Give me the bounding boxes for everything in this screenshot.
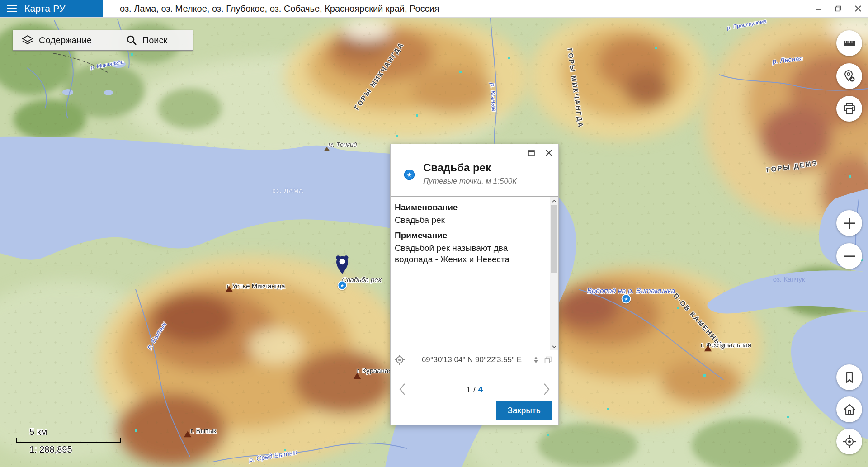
bookmarks-button[interactable] (836, 364, 862, 390)
print-button[interactable] (836, 96, 862, 122)
coordinate-format-spinner[interactable] (534, 357, 538, 363)
coordinate-row: 69°30'13.04" N 90°22'3.55" E (394, 352, 555, 368)
popup-scrollbar[interactable] (550, 197, 558, 350)
target-icon (394, 354, 405, 365)
waypoint-star-icon: ★ (404, 170, 415, 180)
minus-icon (843, 250, 856, 263)
ruler-icon (842, 36, 857, 51)
popup-header: ★ Свадьба рек Путевые точки, м 1:500К (391, 144, 558, 197)
minimize-icon[interactable] (808, 0, 828, 17)
pagination-label: 1 / 4 (391, 385, 558, 395)
search-icon (126, 34, 137, 46)
popup-title: Свадьба рек (423, 161, 491, 174)
scroll-down-icon[interactable] (550, 343, 558, 350)
scale-line (16, 438, 121, 443)
field-label: Наименование (395, 203, 528, 212)
home-button[interactable] (836, 396, 862, 422)
app-title: Карта РУ (24, 3, 66, 14)
popup-close-button[interactable]: Закрыть (496, 401, 552, 420)
field-value: Свадьба рек (395, 214, 528, 226)
scrollbar-thumb[interactable] (551, 205, 557, 273)
pagination-row: 1 / 4 (391, 381, 558, 399)
coordinate-field[interactable]: 69°30'13.04" N 90°22'3.55" E (410, 352, 555, 368)
field-label: Примечание (395, 231, 528, 241)
bookmark-icon (843, 371, 856, 384)
search-button[interactable]: Поиск (100, 30, 193, 51)
home-icon (842, 402, 857, 417)
next-page-icon[interactable] (543, 383, 550, 397)
add-placemark-icon (842, 69, 857, 84)
layers-icon (21, 34, 34, 46)
close-icon[interactable] (848, 0, 868, 17)
scale-distance: 5 км (29, 427, 121, 437)
printer-icon (842, 102, 857, 116)
coordinate-value[interactable]: 69°30'13.04" N 90°22'3.55" E (410, 355, 534, 364)
locate-me-button[interactable] (836, 429, 862, 454)
copy-icon[interactable] (544, 356, 552, 364)
contents-label: Содержание (39, 35, 92, 46)
popup-attributes: Наименование Свадьба рек Примечание Свад… (391, 197, 547, 350)
app-window: р. МикчангдаГОРЫ МИКЧАНГДАГОРЫ МИКЧАНГДА… (0, 0, 868, 467)
scroll-up-icon[interactable] (550, 197, 558, 205)
page-current: 1 (466, 385, 471, 394)
page-total-link[interactable]: 4 (478, 385, 483, 394)
zoom-in-button[interactable] (836, 210, 862, 236)
popup-subtitle: Путевые точки, м 1:500К (423, 177, 517, 186)
restore-icon[interactable] (828, 0, 848, 17)
zoom-out-button[interactable] (836, 243, 862, 269)
field-value: Свадьбой рек называют два водопада - Жен… (395, 242, 528, 265)
locate-icon (842, 434, 857, 449)
title-bar: Карта РУ оз. Лама, оз. Мелкое, оз. Глубо… (0, 0, 868, 18)
add-placemark-button[interactable] (836, 63, 862, 89)
menu-icon[interactable] (7, 5, 17, 12)
search-label: Поиск (142, 35, 167, 46)
scale-ratio: 1: 288,895 (29, 444, 121, 455)
scale-bar: 5 км 1: 288,895 (16, 427, 121, 455)
window-controls (808, 0, 868, 17)
document-title: оз. Лама, оз. Мелкое, оз. Глубокое, оз. … (120, 0, 439, 17)
feature-popup: ★ Свадьба рек Путевые точки, м 1:500К На… (390, 144, 559, 425)
measure-ruler-button[interactable] (836, 30, 862, 56)
app-menu-block: Карта РУ (0, 0, 103, 17)
map-toolbar: Содержание Поиск (13, 30, 193, 51)
plus-icon (843, 217, 856, 230)
page-separator: / (471, 385, 478, 394)
contents-button[interactable]: Содержание (13, 30, 100, 51)
